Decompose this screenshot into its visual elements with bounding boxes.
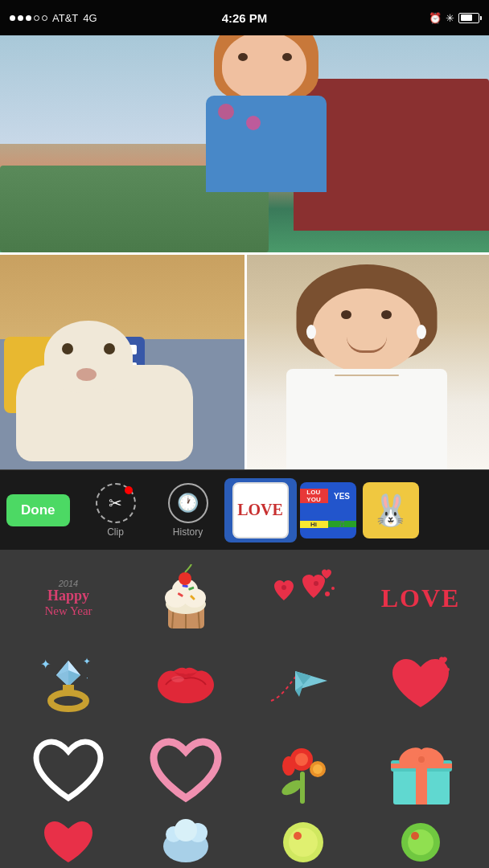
lips-svg: [150, 657, 222, 713]
done-button[interactable]: Done: [6, 494, 70, 526]
hny-new-year: New Year: [44, 604, 92, 618]
svg-point-52: [294, 832, 302, 840]
svg-point-34: [295, 753, 308, 766]
svg-point-14: [314, 581, 318, 586]
status-bar: AT&T 4G 4:26 PM ⏰ ✳: [0, 0, 489, 35]
sticker-happy-new-year[interactable]: 2014 Happy New Year: [13, 558, 124, 638]
scissors-icon: ✂: [109, 493, 122, 513]
signal-dot-2: [18, 15, 23, 21]
history-tool[interactable]: 🕐 History: [152, 478, 224, 542]
woman-photo: [244, 252, 489, 469]
bunny-icon: 🐰: [372, 493, 409, 528]
svg-point-45: [418, 756, 425, 763]
status-right: ⏰ ✳: [429, 12, 479, 24]
signal-dot-1: [10, 15, 15, 21]
svg-point-13: [281, 585, 286, 590]
svg-point-16: [331, 587, 335, 590]
sticker-4-3-svg: [275, 818, 331, 866]
svg-point-36: [313, 764, 323, 774]
girl-photo: [0, 35, 489, 252]
sticker-bottom-1[interactable]: [13, 818, 124, 866]
sticker-4-2-svg: [154, 818, 218, 866]
sticker-gift[interactable]: [365, 731, 476, 812]
svg-point-54: [408, 829, 434, 855]
hny-container: 2014 Happy New Year: [44, 579, 92, 617]
gift-svg: [387, 738, 455, 806]
svg-point-55: [411, 832, 419, 840]
svg-text:·: ·: [86, 674, 88, 682]
history-label: History: [173, 526, 203, 538]
sticker-heart-pink[interactable]: [130, 731, 241, 812]
heart-simple-svg: [388, 655, 453, 715]
sticker-flowers[interactable]: [248, 731, 359, 812]
yes-cell-3: Hi: [300, 521, 328, 528]
svg-point-17: [51, 693, 86, 709]
sticker-bottom-2[interactable]: [130, 818, 241, 866]
photo-grid: [0, 35, 489, 469]
svg-text:✦: ✦: [40, 657, 51, 671]
svg-point-37: [282, 756, 295, 776]
yes-cell-2: YES: [328, 492, 356, 501]
photo-top: [0, 35, 489, 252]
sticker-heart-simple[interactable]: [365, 645, 476, 725]
v-divider: [244, 252, 247, 469]
yes-cell-1: LOUYOU: [300, 489, 328, 503]
svg-text:✦: ✦: [83, 656, 91, 667]
sticker-cupcake[interactable]: [130, 558, 241, 638]
sticker-4-4-svg: [392, 818, 449, 866]
battery-icon: [458, 13, 479, 23]
sticker-panel: 2014 Happy New Year: [0, 550, 489, 868]
love-sticker-label: LOVE: [381, 583, 461, 613]
love-sticker-tool[interactable]: LOVE: [224, 478, 297, 542]
sticker-bottom-4[interactable]: [365, 818, 476, 866]
sticker-bottom-3[interactable]: [248, 818, 359, 866]
sticker-hearts[interactable]: [248, 558, 359, 638]
signal-dot-4: [34, 15, 39, 21]
hearts-svg: [267, 566, 339, 630]
signal-dot-5: [42, 15, 47, 21]
hny-happy: Happy: [47, 588, 89, 604]
ring-svg: ✦ ✦ ·: [36, 653, 101, 717]
svg-marker-22: [56, 670, 68, 686]
clock: 4:26 PM: [222, 11, 268, 25]
clip-icon: ✂: [96, 483, 136, 523]
bluetooth-icon: ✳: [446, 12, 454, 24]
clip-red-dot: [125, 486, 133, 494]
flowers-svg: [271, 735, 335, 808]
svg-marker-21: [68, 670, 80, 686]
svg-point-12: [179, 572, 191, 585]
love-sticker-text: LOVE: [237, 501, 283, 519]
dog-photo: [0, 252, 244, 469]
svg-point-27: [171, 676, 184, 682]
clip-tool[interactable]: ✂ Clip: [80, 478, 152, 542]
carrier-label: AT&T: [52, 12, 78, 24]
heart-pink-svg: [150, 738, 222, 806]
alarm-icon: ⏰: [429, 12, 442, 24]
svg-rect-31: [300, 772, 305, 804]
cupcake-svg: [156, 564, 216, 633]
status-left: AT&T 4G: [10, 12, 97, 24]
toolbar: Done ✂ Clip 🕐 History LOVE LOUYOU YES Hi…: [0, 469, 489, 550]
network-label: 4G: [83, 12, 97, 24]
signal-dots: [10, 15, 47, 21]
svg-rect-23: [63, 685, 74, 691]
love-sticker-thumb: LOVE: [232, 482, 289, 538]
history-icon: 🕐: [168, 483, 208, 523]
svg-point-15: [325, 592, 330, 596]
paper-plane-svg: [267, 657, 339, 713]
yes-sticker-thumb[interactable]: LOUYOU YES Hi 🎵: [300, 482, 356, 538]
clock-icon: 🕐: [177, 493, 199, 514]
sticker-ring[interactable]: ✦ ✦ ·: [13, 645, 124, 725]
clip-label: Clip: [107, 526, 124, 538]
sticker-love-text[interactable]: LOVE: [365, 558, 476, 638]
svg-point-49: [175, 819, 197, 841]
sticker-lips[interactable]: [130, 645, 241, 725]
sticker-paper-plane[interactable]: [248, 645, 359, 725]
sticker-heart-outline[interactable]: [13, 731, 124, 812]
sticker-4-1-svg: [40, 818, 97, 866]
yes-cell-4: 🎵: [328, 521, 356, 527]
svg-point-51: [289, 828, 318, 857]
battery-fill: [461, 14, 473, 21]
heart-outline-svg: [32, 738, 105, 806]
bunny-sticker-thumb[interactable]: 🐰: [363, 482, 419, 538]
